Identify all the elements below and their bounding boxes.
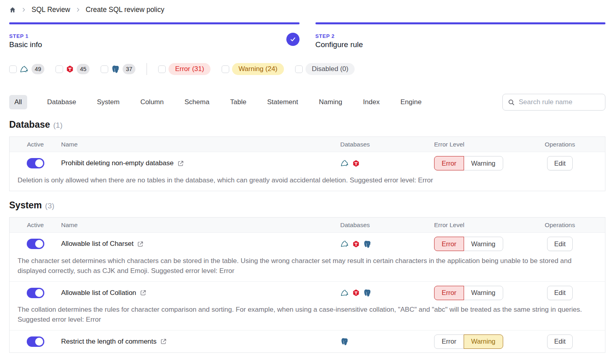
search-input[interactable] — [519, 98, 600, 106]
tab-system[interactable]: System — [96, 95, 121, 109]
external-link-icon[interactable] — [160, 338, 167, 345]
filter-level-disabled: Disabled (0) — [295, 63, 355, 75]
mysql-icon — [340, 159, 349, 168]
rule-engines — [337, 239, 431, 248]
column-header-active: Active — [10, 222, 61, 229]
tab-all[interactable]: All — [9, 95, 27, 109]
breadcrumb-current-page: Create SQL review policy — [86, 6, 165, 14]
active-toggle[interactable] — [27, 239, 44, 249]
error-level-warning-button[interactable]: Warning — [464, 334, 503, 349]
breadcrumb-sql-review[interactable]: SQL Review — [32, 6, 70, 14]
tidb-icon — [352, 289, 360, 297]
step-2-progress-bar — [315, 22, 606, 24]
error-level-error-button[interactable]: Error — [434, 237, 464, 251]
rule-name: Prohibit deleting non-empty database — [61, 159, 174, 167]
tidb-icon — [352, 240, 360, 248]
error-level-error-button[interactable]: Error — [434, 334, 464, 349]
active-toggle[interactable] — [27, 336, 44, 347]
section-title: System — [9, 200, 42, 211]
error-level-warning-button[interactable]: Warning — [464, 286, 503, 300]
warning-filter-checkbox[interactable] — [222, 65, 229, 73]
tab-index[interactable]: Index — [362, 95, 381, 109]
external-link-icon[interactable] — [140, 289, 147, 296]
error-level-error-button[interactable]: Error — [434, 156, 464, 170]
postgresql-icon — [363, 240, 371, 248]
tab-schema[interactable]: Schema — [184, 95, 210, 109]
error-level-segmented-control: Error Warning — [434, 237, 503, 251]
postgresql-rule-count: 37 — [123, 64, 135, 74]
database-rules-table: Active Name Databases Error Level Operat… — [9, 136, 605, 191]
edit-rule-button[interactable]: Edit — [547, 237, 573, 251]
tab-table[interactable]: Table — [229, 95, 247, 109]
error-level-warning-button[interactable]: Warning — [464, 156, 503, 170]
filter-engine-mysql: 49 — [9, 64, 44, 74]
postgresql-icon — [340, 337, 349, 346]
column-header-databases: Databases — [337, 141, 431, 148]
active-toggle[interactable] — [27, 288, 44, 298]
chevron-right-icon — [75, 7, 81, 13]
rule-description: The collation determines the rules for c… — [10, 304, 605, 330]
postgresql-icon — [111, 65, 120, 73]
filter-level-warning: Warning (24) — [222, 63, 284, 75]
error-filter-checkbox[interactable] — [158, 65, 166, 73]
filter-bar: 49 45 37 Error (31) Warning (24) Disable… — [9, 63, 605, 75]
external-link-icon[interactable] — [177, 160, 184, 167]
step-1-completed-badge — [286, 33, 300, 46]
mysql-rule-count: 49 — [32, 64, 44, 74]
chevron-right-icon — [21, 7, 27, 13]
section-heading-system: System (3) — [9, 200, 605, 211]
step-1-progress-bar — [9, 22, 300, 24]
mysql-icon — [20, 65, 29, 74]
step-1-label: STEP 1 — [9, 33, 300, 39]
section-count: (1) — [53, 121, 62, 130]
rule-row-restrict-the-length-of-comments: Restrict the length of comments Error Wa… — [10, 330, 605, 352]
edit-rule-button[interactable]: Edit — [547, 286, 573, 300]
disabled-filter-checkbox[interactable] — [295, 65, 303, 73]
rule-engines — [337, 337, 431, 346]
column-header-name: Name — [61, 222, 337, 229]
category-tabs: All Database System Column Schema Table … — [9, 95, 423, 109]
rule-search-box[interactable] — [502, 94, 605, 111]
active-toggle[interactable] — [27, 158, 44, 168]
rule-description: The character set determines which chara… — [10, 255, 605, 281]
error-level-warning-button[interactable]: Warning — [464, 237, 503, 251]
rule-engines — [337, 289, 431, 297]
rule-name: Allowable list of Collation — [61, 289, 136, 297]
column-header-operations: Operations — [515, 222, 605, 229]
step-2-label: STEP 2 — [315, 33, 606, 39]
tab-engine[interactable]: Engine — [400, 95, 423, 109]
external-link-icon[interactable] — [137, 241, 144, 247]
column-header-databases: Databases — [337, 222, 431, 229]
tab-naming[interactable]: Naming — [318, 95, 343, 109]
rule-description: Deletion is only allowed when there are … — [10, 174, 605, 191]
error-level-segmented-control: Error Warning — [434, 286, 503, 300]
error-level-error-button[interactable]: Error — [434, 286, 464, 300]
step-2-title: Configure rule — [315, 40, 606, 49]
section-title: Database — [9, 119, 50, 130]
mysql-filter-checkbox[interactable] — [9, 65, 17, 73]
rule-row-allowable-list-of-charset: Allowable list of Charset Error Warning … — [10, 233, 605, 255]
column-header-error-level: Error Level — [431, 141, 515, 148]
rule-name: Restrict the length of comments — [61, 338, 157, 346]
tab-database[interactable]: Database — [46, 95, 77, 109]
edit-rule-button[interactable]: Edit — [547, 156, 573, 170]
section-heading-database: Database (1) — [9, 119, 605, 130]
table-header-row: Active Name Databases Error Level Operat… — [10, 218, 605, 233]
edit-rule-button[interactable]: Edit — [547, 334, 573, 349]
postgresql-filter-checkbox[interactable] — [101, 65, 108, 73]
tidb-rule-count: 45 — [77, 64, 89, 74]
step-1-basic-info[interactable]: STEP 1 Basic info — [9, 22, 300, 49]
error-level-segmented-control: Error Warning — [434, 334, 503, 349]
tidb-icon — [352, 160, 360, 167]
tab-statement[interactable]: Statement — [266, 95, 299, 109]
step-2-configure-rule[interactable]: STEP 2 Configure rule — [315, 22, 606, 49]
warning-count-pill: Warning (24) — [232, 63, 284, 75]
wizard-steps: STEP 1 Basic info STEP 2 Configure rule — [9, 22, 605, 49]
mysql-icon — [340, 239, 349, 248]
home-icon[interactable] — [9, 6, 16, 13]
rule-engines — [337, 159, 431, 168]
filter-engine-tidb: 45 — [56, 64, 89, 74]
tidb-filter-checkbox[interactable] — [56, 65, 63, 73]
breadcrumb: SQL Review Create SQL review policy — [9, 0, 605, 14]
tab-column[interactable]: Column — [139, 95, 165, 109]
